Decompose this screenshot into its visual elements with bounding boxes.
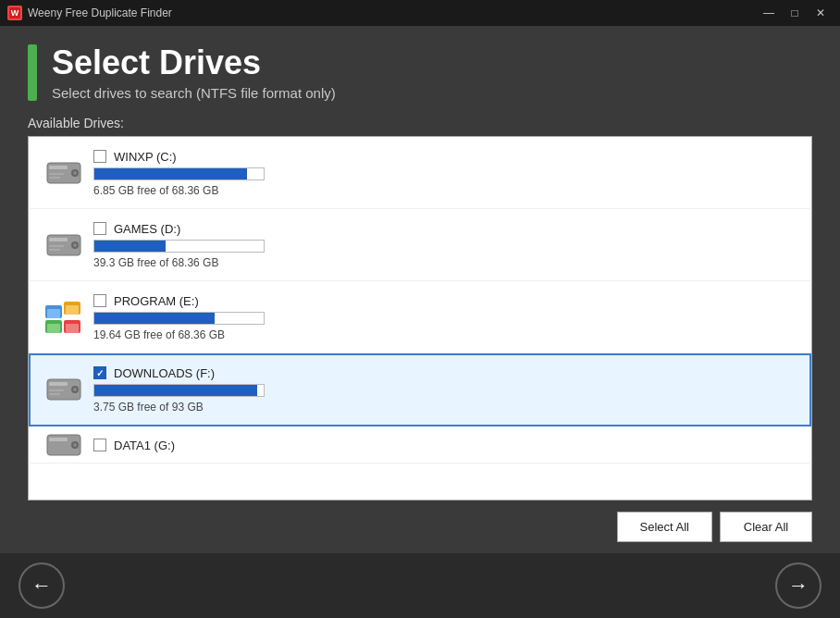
drive-name-f: DOWNLOADS (F:) — [114, 366, 215, 380]
drive-free-space-e: 19.64 GB free of 68.36 GB — [93, 328, 795, 341]
svg-rect-21 — [66, 324, 79, 333]
drive-checkbox-d[interactable] — [93, 222, 106, 235]
drive-name-c: WINXP (C:) — [114, 150, 177, 164]
drive-info-e: PROGRAM (E:) 19.64 GB free of 68.36 GB — [93, 294, 795, 341]
page-title: Select Drives — [52, 44, 336, 81]
drive-name-row-g: DATA1 (G:) — [93, 439, 795, 452]
drive-progress-bg-f — [93, 384, 265, 397]
svg-rect-7 — [49, 177, 60, 179]
drive-progress-bg-d — [93, 240, 265, 253]
svg-point-5 — [73, 171, 77, 175]
svg-rect-9 — [49, 238, 68, 241]
drive-name-g: DATA1 (G:) — [114, 439, 175, 452]
back-arrow-icon: ← — [31, 574, 52, 598]
drive-free-space-f: 3.75 GB free of 93 GB — [93, 401, 795, 414]
drive-name-d: GAMES (D:) — [114, 222, 180, 236]
footer: ← → — [0, 553, 840, 618]
select-all-button[interactable]: Select All — [617, 512, 712, 542]
drive-icon-d — [45, 229, 82, 261]
drives-list[interactable]: WINXP (C:) 6.85 GB free of 68.36 GB — [28, 136, 812, 501]
drive-progress-fill-c — [94, 168, 247, 179]
svg-rect-13 — [49, 249, 60, 251]
drive-name-row-c: WINXP (C:) — [93, 150, 795, 164]
window-title: Weeny Free Duplicate Finder — [28, 6, 757, 19]
drive-progress-bg-e — [93, 312, 265, 325]
drive-checkbox-c[interactable] — [93, 150, 106, 163]
drive-progress-fill-d — [94, 241, 166, 252]
drive-free-space-d: 39.3 GB free of 68.36 GB — [93, 256, 795, 269]
next-arrow-icon: → — [788, 574, 809, 598]
drives-container: WINXP (C:) 6.85 GB free of 68.36 GB — [0, 136, 840, 501]
drive-item-c[interactable]: WINXP (C:) 6.85 GB free of 68.36 GB — [29, 137, 811, 209]
svg-rect-29 — [49, 438, 68, 441]
svg-rect-23 — [49, 382, 68, 386]
drive-name-e: PROGRAM (E:) — [114, 294, 199, 308]
svg-rect-27 — [49, 393, 60, 395]
drive-info-f: DOWNLOADS (F:) 3.75 GB free of 93 GB — [93, 366, 795, 414]
svg-point-25 — [73, 388, 77, 391]
next-button[interactable]: → — [775, 562, 821, 609]
drive-info-c: WINXP (C:) 6.85 GB free of 68.36 GB — [93, 150, 795, 197]
drive-progress-bg-c — [93, 167, 265, 180]
drive-icon-c — [45, 157, 82, 189]
svg-rect-6 — [49, 173, 64, 175]
drive-name-row-e: PROGRAM (E:) — [93, 294, 795, 308]
svg-point-11 — [73, 243, 77, 247]
svg-rect-3 — [49, 166, 68, 169]
header-section: Select Drives Select drives to search (N… — [0, 26, 840, 116]
drive-item-g[interactable]: DATA1 (G:) — [29, 426, 811, 464]
page-subtitle: Select drives to search (NTFS file forma… — [52, 85, 336, 101]
window-controls: — □ ✕ — [757, 4, 833, 22]
title-bar: W Weeny Free Duplicate Finder — □ ✕ — [0, 0, 840, 26]
drive-info-d: GAMES (D:) 39.3 GB free of 68.36 GB — [93, 222, 795, 269]
drive-progress-fill-f — [94, 385, 257, 396]
drive-icon-f — [45, 374, 82, 405]
svg-rect-17 — [66, 305, 79, 315]
drive-name-row-f: DOWNLOADS (F:) — [93, 366, 795, 380]
svg-rect-12 — [49, 245, 64, 247]
minimize-button[interactable]: — — [757, 4, 781, 22]
drive-icon-e — [45, 302, 82, 333]
close-button[interactable]: ✕ — [809, 4, 833, 22]
drive-free-space-c: 6.85 GB free of 68.36 GB — [93, 184, 795, 197]
drive-icon-g — [45, 429, 82, 461]
accent-bar — [28, 44, 37, 101]
buttons-area: Select All Clear All — [0, 501, 840, 553]
svg-rect-26 — [49, 389, 64, 391]
app-icon: W — [7, 6, 22, 20]
drive-info-g: DATA1 (G:) — [93, 439, 795, 452]
drive-checkbox-f[interactable] — [93, 366, 106, 379]
header-text: Select Drives Select drives to search (N… — [52, 44, 336, 101]
clear-all-button[interactable]: Clear All — [720, 512, 812, 542]
drive-progress-fill-e — [94, 313, 215, 324]
drive-item-f[interactable]: DOWNLOADS (F:) 3.75 GB free of 93 GB — [29, 353, 811, 426]
drive-checkbox-e[interactable] — [93, 294, 106, 307]
svg-rect-19 — [47, 324, 60, 333]
drives-label: Available Drives: — [0, 116, 840, 136]
svg-rect-15 — [47, 309, 60, 318]
svg-point-31 — [73, 443, 77, 447]
drive-name-row-d: GAMES (D:) — [93, 222, 795, 236]
drive-item-d[interactable]: GAMES (D:) 39.3 GB free of 68.36 GB — [29, 209, 811, 281]
svg-text:W: W — [11, 8, 19, 18]
drive-checkbox-g[interactable] — [93, 439, 106, 451]
maximize-button[interactable]: □ — [783, 4, 807, 22]
drive-item-e[interactable]: PROGRAM (E:) 19.64 GB free of 68.36 GB — [29, 281, 811, 353]
back-button[interactable]: ← — [19, 562, 65, 609]
main-content: Select Drives Select drives to search (N… — [0, 26, 840, 553]
